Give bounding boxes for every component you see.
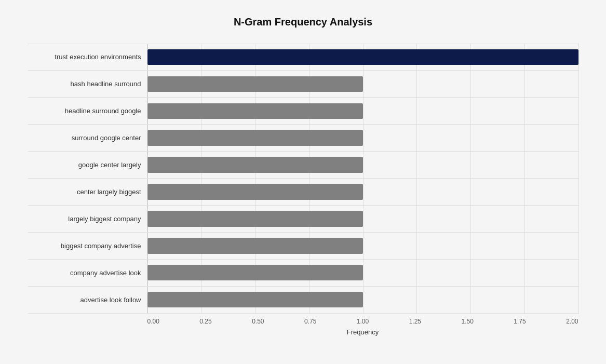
table-row: headline surround google <box>28 98 578 125</box>
bar-area <box>147 152 578 178</box>
bar <box>147 211 363 227</box>
bar <box>147 103 363 119</box>
bar <box>147 76 363 92</box>
bar <box>147 184 363 200</box>
table-row: largely biggest company <box>28 206 578 233</box>
chart-title: N-Gram Frequency Analysis <box>28 16 578 28</box>
x-tick: 1.00 <box>357 318 369 325</box>
bar-area <box>147 287 578 313</box>
bar-label: google center largely <box>28 161 147 169</box>
bar <box>147 292 363 308</box>
bar-label: biggest company advertise <box>28 242 147 250</box>
table-row: trust execution environments <box>28 44 578 71</box>
bar-area <box>147 125 578 151</box>
x-axis: 0.000.250.500.751.001.251.501.752.00 <box>147 318 578 325</box>
bars-container: trust execution environmentshash headlin… <box>28 44 578 314</box>
bar-area <box>147 179 578 205</box>
bar-area <box>147 206 578 232</box>
bar <box>147 130 363 146</box>
bar <box>147 238 363 254</box>
x-tick: 0.50 <box>252 318 264 325</box>
bar-label: center largely biggest <box>28 188 147 196</box>
table-row: biggest company advertise <box>28 233 578 260</box>
bar <box>147 265 363 281</box>
grid-line <box>578 44 579 314</box>
bar-label: company advertise look <box>28 269 147 277</box>
chart-area: trust execution environmentshash headlin… <box>28 44 578 314</box>
bar-area <box>147 98 578 124</box>
x-tick: 0.75 <box>304 318 316 325</box>
x-tick: 0.25 <box>199 318 211 325</box>
table-row: center largely biggest <box>28 179 578 206</box>
chart-container: N-Gram Frequency Analysis trust executio… <box>18 6 589 359</box>
x-tick: 1.75 <box>514 318 526 325</box>
x-tick: 0.00 <box>147 318 159 325</box>
bar <box>147 49 578 65</box>
bar-label: hash headline surround <box>28 80 147 88</box>
table-row: surround google center <box>28 125 578 152</box>
x-axis-label: Frequency <box>147 328 578 336</box>
bar <box>147 157 363 173</box>
bar-label: trust execution environments <box>28 53 147 61</box>
table-row: advertise look follow <box>28 287 578 314</box>
table-row: hash headline surround <box>28 71 578 98</box>
bar-area <box>147 233 578 259</box>
bar-label: surround google center <box>28 134 147 142</box>
bar-label: largely biggest company <box>28 215 147 223</box>
x-tick: 1.50 <box>461 318 473 325</box>
table-row: company advertise look <box>28 260 578 287</box>
bar-label: headline surround google <box>28 107 147 115</box>
bar-label: advertise look follow <box>28 296 147 304</box>
bar-area <box>147 44 578 71</box>
bar-area <box>147 260 578 286</box>
x-tick: 2.00 <box>566 318 578 325</box>
x-tick: 1.25 <box>409 318 421 325</box>
bar-area <box>147 71 578 97</box>
table-row: google center largely <box>28 152 578 179</box>
